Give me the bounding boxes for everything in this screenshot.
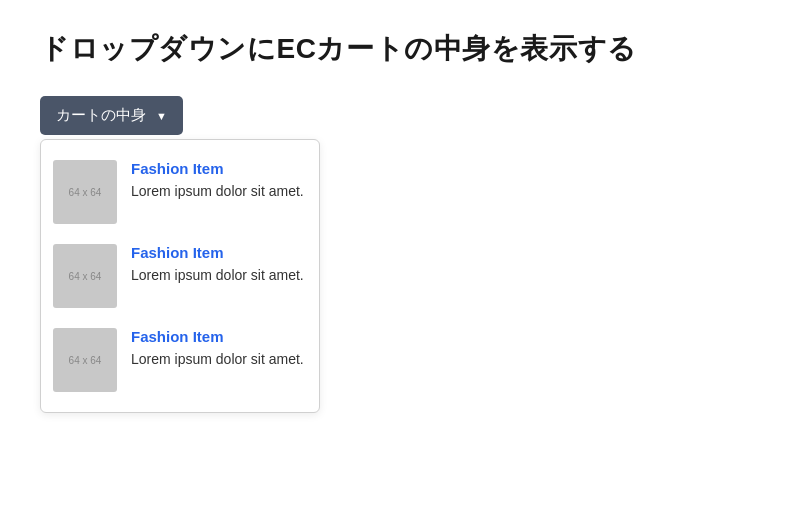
cart-item: 64 x 64 Fashion Item Lorem ipsum dolor s… xyxy=(53,150,307,234)
item-thumbnail: 64 x 64 xyxy=(53,244,117,308)
thumbnail-label: 64 x 64 xyxy=(69,355,102,366)
item-description: Lorem ipsum dolor sit amet. xyxy=(131,349,304,370)
cart-dropdown-button[interactable]: カートの中身 ▼ xyxy=(40,96,183,135)
cart-dropdown-menu: 64 x 64 Fashion Item Lorem ipsum dolor s… xyxy=(40,139,320,413)
item-thumbnail: 64 x 64 xyxy=(53,328,117,392)
item-name-link[interactable]: Fashion Item xyxy=(131,328,304,345)
thumbnail-label: 64 x 64 xyxy=(69,271,102,282)
dropdown-wrapper: カートの中身 ▼ 64 x 64 Fashion Item Lorem ipsu… xyxy=(40,96,183,135)
item-name-link[interactable]: Fashion Item xyxy=(131,160,304,177)
item-description: Lorem ipsum dolor sit amet. xyxy=(131,265,304,286)
item-thumbnail: 64 x 64 xyxy=(53,160,117,224)
item-info: Fashion Item Lorem ipsum dolor sit amet. xyxy=(131,160,304,202)
thumbnail-label: 64 x 64 xyxy=(69,187,102,198)
item-info: Fashion Item Lorem ipsum dolor sit amet. xyxy=(131,328,304,370)
cart-item: 64 x 64 Fashion Item Lorem ipsum dolor s… xyxy=(53,234,307,318)
item-description: Lorem ipsum dolor sit amet. xyxy=(131,181,304,202)
page-title: ドロップダウンにECカートの中身を表示する xyxy=(40,30,760,68)
cart-item: 64 x 64 Fashion Item Lorem ipsum dolor s… xyxy=(53,318,307,402)
item-name-link[interactable]: Fashion Item xyxy=(131,244,304,261)
chevron-down-icon: ▼ xyxy=(156,110,167,122)
cart-button-label: カートの中身 xyxy=(56,106,146,125)
item-info: Fashion Item Lorem ipsum dolor sit amet. xyxy=(131,244,304,286)
